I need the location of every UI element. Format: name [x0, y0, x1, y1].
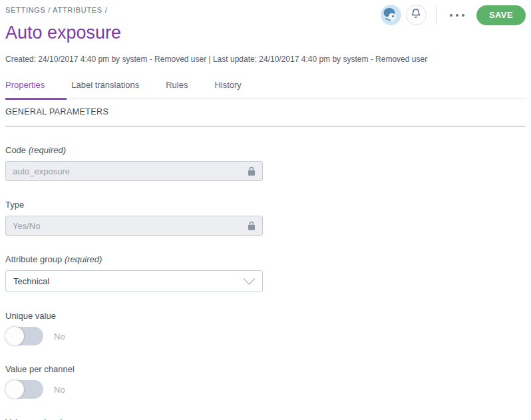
code-input: auto_exposure: [5, 161, 263, 181]
ellipsis-icon: [450, 14, 452, 17]
required-indicator: (required): [65, 254, 102, 264]
tab-rules[interactable]: Rules: [166, 80, 210, 100]
header-divider: [436, 5, 437, 25]
attribute-group-label: Attribute group (required): [5, 254, 263, 264]
save-button[interactable]: SAVE: [476, 5, 526, 25]
tab-properties[interactable]: Properties: [5, 80, 67, 100]
section-title: GENERAL PARAMETERS: [5, 107, 526, 126]
unique-value-state: No: [54, 331, 65, 341]
record-meta: Created: 24/10/2017 4:40 pm by system - …: [5, 55, 526, 64]
lock-icon: [248, 221, 256, 231]
value-per-channel-toggle[interactable]: [5, 380, 43, 399]
top-bar-left: SETTINGS / ATTRIBUTES / Auto exposure: [5, 0, 121, 43]
tab-label-translations[interactable]: Label translations: [71, 80, 161, 100]
value-per-channel-toggle-row: No: [5, 380, 263, 399]
top-bar-actions: SAVE: [381, 5, 526, 25]
attribute-group-select[interactable]: Technical: [5, 270, 263, 292]
attribute-group-value: Technical: [13, 276, 49, 286]
top-bar: SETTINGS / ATTRIBUTES / Auto exposure: [5, 0, 526, 43]
mascot-avatar-icon: [381, 16, 401, 25]
required-indicator: (required): [29, 145, 66, 155]
unique-value-field-group: Unique value No: [5, 311, 263, 345]
type-input: Yes/No: [5, 216, 263, 236]
user-avatar[interactable]: [381, 5, 401, 25]
breadcrumb[interactable]: SETTINGS / ATTRIBUTES /: [5, 6, 121, 14]
type-field-group: Type Yes/No: [5, 200, 263, 236]
bell-icon: [411, 8, 421, 22]
toggle-knob: [5, 327, 24, 345]
page-title: Auto exposure: [5, 23, 121, 43]
value-per-locale-field-group: Value per locale No: [5, 417, 263, 420]
notifications-button[interactable]: [406, 5, 427, 25]
unique-value-label: Unique value: [5, 311, 263, 321]
value-per-channel-state: No: [54, 385, 65, 395]
code-value: auto_exposure: [13, 166, 70, 176]
type-value: Yes/No: [13, 221, 40, 231]
unique-value-toggle-row: No: [5, 327, 263, 345]
attribute-edit-page: SETTINGS / ATTRIBUTES / Auto exposure: [0, 0, 531, 420]
lock-icon: [248, 166, 256, 176]
unique-value-toggle[interactable]: [5, 327, 43, 345]
more-actions-button[interactable]: [446, 9, 468, 22]
ellipsis-icon: [456, 14, 458, 17]
code-field-group: Code (required) auto_exposure: [5, 145, 263, 181]
code-label: Code (required): [5, 145, 263, 155]
tab-bar: Properties Label translations Rules Hist…: [5, 80, 526, 99]
tab-history[interactable]: History: [214, 80, 263, 100]
general-parameters-section: GENERAL PARAMETERS Code (required) auto_…: [5, 107, 526, 420]
chevron-down-icon: [243, 278, 256, 285]
attribute-group-field-group: Attribute group (required) Technical: [5, 254, 263, 292]
ellipsis-icon: [462, 14, 464, 17]
value-per-channel-field-group: Value per channel No: [5, 364, 263, 399]
value-per-locale-label: Value per locale: [5, 417, 263, 420]
type-label: Type: [5, 200, 263, 210]
value-per-channel-label: Value per channel: [5, 364, 263, 374]
toggle-knob: [5, 380, 24, 399]
